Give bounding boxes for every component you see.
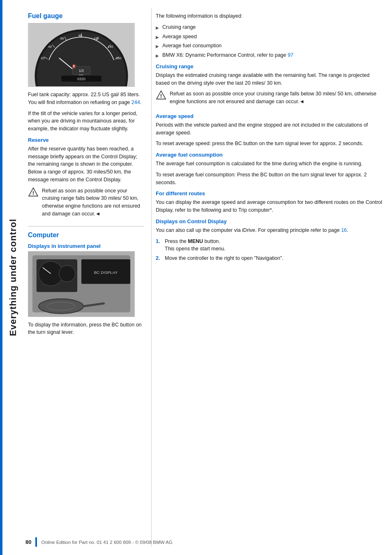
warning-icon-2: ! (156, 90, 166, 101)
divider-1 (28, 226, 144, 227)
svg-text:!: ! (160, 93, 162, 99)
average-speed-text1: Periods with the vehicle parked and the … (156, 121, 385, 137)
svg-text:⛽: ⛽ (72, 64, 76, 68)
displays-instrument-text: To display the information, press the BC… (28, 321, 144, 337)
right-column: The following information is displayed: … (151, 8, 392, 547)
reserve-title: Reserve (28, 137, 144, 143)
svg-point-34 (39, 299, 83, 314)
computer-title: Computer (28, 231, 144, 239)
triangle-icon-1: ▶ (156, 25, 159, 31)
list-item: ▶ Cruising range (156, 23, 385, 31)
cruising-range-text: Displays the estimated cruising range av… (156, 72, 385, 87)
different-routes-title: For different routes (156, 190, 385, 197)
list-item: ▶ Average fuel consumption (156, 42, 385, 50)
warning-text-1: Refuel as soon as possible once your cru… (42, 187, 144, 218)
displays-control-text: You can also call up the computer via iD… (156, 227, 385, 234)
fuel-gauge-title: Fuel gauge (28, 12, 144, 20)
fuel-para1: Fuel tank capacity: approx. 22.5 US gal/… (28, 91, 144, 106)
computer-image: BC DISPLAY (28, 251, 135, 317)
reserve-text: After the reserve quantity has been reac… (28, 145, 144, 184)
cruising-range-title: Cruising range (156, 63, 385, 69)
step-2: 2. Move the controller to the right to o… (156, 254, 385, 262)
svg-text:100: 100 (94, 37, 99, 40)
average-fuel-title: Average fuel consumption (156, 152, 385, 158)
main-content: Fuel gauge (24, 0, 392, 555)
page-footer: 80 Online Edition for Part no. 01 41 2 6… (21, 537, 392, 547)
svg-text:140: 140 (108, 45, 113, 49)
svg-text:BC DISPLAY: BC DISPLAY (94, 270, 118, 275)
link-page-16[interactable]: 16 (341, 227, 347, 233)
average-fuel-text1: The average fuel consumption is calculat… (156, 160, 385, 168)
displays-control-title: Displays on Control Display (156, 218, 385, 224)
svg-text:1/2: 1/2 (79, 69, 84, 73)
warning-text-2: Refuel as soon as possible once your cru… (170, 90, 385, 106)
triangle-icon-2: ▶ (156, 34, 159, 40)
svg-text:0320: 0320 (77, 77, 85, 81)
average-speed-title: Average speed (156, 113, 385, 119)
svg-point-30 (59, 266, 75, 282)
svg-text:60: 60 (60, 37, 64, 40)
svg-text:160: 160 (116, 56, 122, 60)
warning-box-1: ! Refuel as soon as possible once your c… (28, 187, 144, 221)
page-number: 80 (21, 537, 37, 547)
average-speed-text2: To reset average speed: press the BC but… (156, 140, 385, 148)
following-info: The following information is displayed: (156, 12, 385, 20)
fuel-gauge-image: 20 40 60 80 100 140 160 1/2 0320 (28, 23, 135, 87)
footer-text: Online Edition for Part no. 01 41 2 600 … (37, 540, 172, 545)
link-page-244[interactable]: 244 (131, 99, 140, 105)
list-item: ▶ BMW X6: Dynamic Performance Control, r… (156, 51, 385, 59)
svg-text:40: 40 (48, 45, 52, 49)
svg-text:20: 20 (41, 56, 44, 60)
fuel-para2: If the tilt of the vehicle varies for a … (28, 110, 144, 133)
info-bullet-list: ▶ Cruising range ▶ Average speed ▶ Avera… (156, 23, 385, 59)
sidebar: Everything under control (2, 0, 24, 555)
average-fuel-text2: To reset average fuel consumption: Press… (156, 171, 385, 187)
different-routes-text: You can display the average speed and av… (156, 199, 385, 214)
svg-text:!: ! (32, 190, 34, 196)
triangle-icon-3: ▶ (156, 43, 159, 49)
list-item: ▶ Average speed (156, 33, 385, 41)
svg-text:80: 80 (78, 34, 82, 37)
sidebar-text: Everything under control (8, 219, 18, 336)
warning-icon-1: ! (28, 187, 39, 198)
warning-box-2: ! Refuel as soon as possible once your c… (156, 90, 385, 109)
link-page-97[interactable]: 97 (288, 52, 293, 58)
steps-list: 1. Press the MENU button.This opens the … (156, 238, 385, 262)
step-1: 1. Press the MENU button.This opens the … (156, 238, 385, 253)
displays-instrument-title: Displays in instrument panel (28, 243, 144, 249)
triangle-icon-4: ▶ (156, 53, 159, 59)
left-column: Fuel gauge (24, 8, 151, 547)
